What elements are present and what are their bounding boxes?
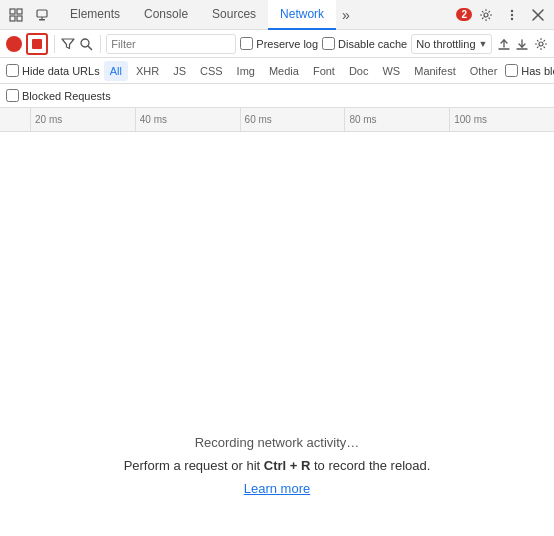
inspect-icon[interactable] bbox=[4, 3, 28, 27]
svg-point-8 bbox=[511, 9, 513, 11]
tab-elements[interactable]: Elements bbox=[58, 0, 132, 30]
network-toolbar-3: Blocked Requests bbox=[0, 84, 554, 108]
filter-media-button[interactable]: Media bbox=[263, 61, 305, 81]
timeline-tick-4: 80 ms bbox=[344, 108, 449, 131]
stop-button[interactable] bbox=[26, 33, 48, 55]
has-blocked-cookies-checkbox[interactable] bbox=[505, 64, 518, 77]
toolbar-divider-2 bbox=[100, 35, 101, 53]
filter-js-button[interactable]: JS bbox=[167, 61, 192, 81]
network-toolbar-1: Preserve log Disable cache No throttling… bbox=[0, 30, 554, 58]
svg-point-7 bbox=[484, 13, 488, 17]
device-icon[interactable] bbox=[30, 3, 54, 27]
more-options-icon[interactable] bbox=[500, 3, 524, 27]
download-icon[interactable] bbox=[515, 33, 530, 55]
filter-all-button[interactable]: All bbox=[104, 61, 128, 81]
network-toolbar-2: Hide data URLs All XHR JS CSS Img Media … bbox=[0, 58, 554, 84]
filter-font-button[interactable]: Font bbox=[307, 61, 341, 81]
devtools-icons bbox=[4, 3, 54, 27]
filter-ws-button[interactable]: WS bbox=[376, 61, 406, 81]
svg-line-14 bbox=[89, 46, 92, 49]
svg-point-9 bbox=[511, 13, 513, 15]
blocked-requests-checkbox[interactable] bbox=[6, 89, 19, 102]
close-icon[interactable] bbox=[526, 3, 550, 27]
has-blocked-cookies-label[interactable]: Has blocked cookies bbox=[505, 64, 554, 77]
more-tabs-button[interactable]: » bbox=[336, 0, 356, 30]
toolbar-divider-1 bbox=[54, 35, 55, 53]
tab-console[interactable]: Console bbox=[132, 0, 200, 30]
hide-data-urls-checkbox-label[interactable]: Hide data URLs bbox=[6, 64, 100, 77]
filter-doc-button[interactable]: Doc bbox=[343, 61, 375, 81]
svg-rect-2 bbox=[10, 16, 15, 21]
tab-sources[interactable]: Sources bbox=[200, 0, 268, 30]
instruction-text: Perform a request or hit Ctrl + R to rec… bbox=[124, 458, 431, 473]
svg-rect-5 bbox=[39, 19, 45, 21]
svg-rect-3 bbox=[17, 16, 22, 21]
svg-point-10 bbox=[511, 17, 513, 19]
svg-rect-1 bbox=[17, 9, 22, 14]
stop-icon bbox=[32, 39, 42, 49]
timeline-tick-2: 40 ms bbox=[135, 108, 240, 131]
throttle-arrow-icon: ▼ bbox=[479, 39, 488, 49]
disable-cache-checkbox[interactable] bbox=[322, 37, 335, 50]
filter-img-button[interactable]: Img bbox=[231, 61, 261, 81]
preserve-log-checkbox-label[interactable]: Preserve log bbox=[240, 37, 318, 50]
shortcut-text: Ctrl + R bbox=[264, 458, 311, 473]
record-button[interactable] bbox=[6, 36, 22, 52]
timeline-tick-5: 100 ms bbox=[449, 108, 554, 131]
main-content: Recording network activity… Perform a re… bbox=[0, 132, 554, 536]
filter-manifest-button[interactable]: Manifest bbox=[408, 61, 462, 81]
throttle-select[interactable]: No throttling ▼ bbox=[411, 34, 492, 54]
network-settings-icon[interactable] bbox=[533, 33, 548, 55]
timeline-tick-3: 60 ms bbox=[240, 108, 345, 131]
upload-icon[interactable] bbox=[496, 33, 511, 55]
svg-point-19 bbox=[539, 42, 543, 46]
svg-rect-0 bbox=[10, 9, 15, 14]
tab-bar: Elements Console Sources Network » 2 bbox=[0, 0, 554, 30]
filter-other-button[interactable]: Other bbox=[464, 61, 504, 81]
svg-rect-4 bbox=[37, 10, 47, 17]
blocked-requests-checkbox-label[interactable]: Blocked Requests bbox=[6, 89, 111, 102]
learn-more-link[interactable]: Learn more bbox=[244, 481, 310, 496]
filter-icon[interactable] bbox=[61, 33, 76, 55]
search-icon[interactable] bbox=[79, 33, 94, 55]
timeline-header: 20 ms 40 ms 60 ms 80 ms 100 ms bbox=[0, 108, 554, 132]
tab-network[interactable]: Network bbox=[268, 0, 336, 30]
settings-gear-icon[interactable] bbox=[474, 3, 498, 27]
filter-css-button[interactable]: CSS bbox=[194, 61, 229, 81]
tab-bar-right: 2 bbox=[456, 3, 550, 27]
filter-input[interactable] bbox=[106, 34, 236, 54]
notification-badge: 2 bbox=[456, 8, 472, 21]
recording-text: Recording network activity… bbox=[195, 435, 360, 450]
hide-data-urls-checkbox[interactable] bbox=[6, 64, 19, 77]
disable-cache-checkbox-label[interactable]: Disable cache bbox=[322, 37, 407, 50]
timeline-tick-1: 20 ms bbox=[30, 108, 135, 131]
filter-xhr-button[interactable]: XHR bbox=[130, 61, 165, 81]
preserve-log-checkbox[interactable] bbox=[240, 37, 253, 50]
